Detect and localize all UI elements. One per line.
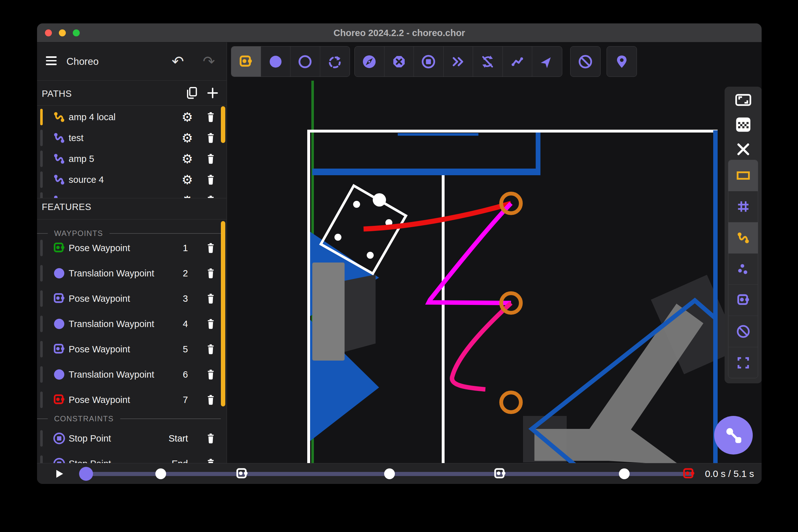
path-selected-indicator — [40, 151, 43, 167]
waypoint-list-item[interactable]: Pose Waypoint5 — [37, 337, 226, 362]
constraint-delete-trash-icon[interactable] — [205, 433, 217, 444]
generate-path-icon — [723, 425, 744, 446]
waypoint-number: 4 — [183, 318, 188, 330]
field-canvas[interactable] — [227, 42, 762, 463]
waypoint-delete-trash-icon[interactable] — [205, 318, 217, 329]
field-rect-toggle[interactable] — [728, 160, 758, 191]
waypoint-delete-trash-icon[interactable] — [205, 369, 217, 380]
waypoint-list-item[interactable]: Translation Waypoint2 — [37, 261, 226, 286]
keyboard-shortcuts-icon[interactable] — [735, 116, 752, 133]
pose-waypoint-toggle[interactable] — [728, 285, 758, 316]
playhead-thumb[interactable] — [79, 467, 93, 481]
path-settings-gear-icon[interactable]: ⚙ — [180, 151, 195, 166]
waypoint-delete-trash-icon[interactable] — [205, 268, 217, 279]
timeline-translation-marker[interactable] — [619, 469, 630, 479]
pose-icon — [53, 343, 66, 356]
waypoint-delete-trash-icon[interactable] — [205, 343, 217, 355]
play-button[interactable] — [54, 468, 65, 479]
path-list-item[interactable]: source 4⚙ — [37, 169, 226, 190]
window-title: Choreo 2024.2.2 - choreo.chor — [37, 23, 762, 42]
waypoint-list-item[interactable]: Translation Waypoint6 — [37, 362, 226, 387]
translation-waypoint-button[interactable] — [261, 46, 291, 77]
undo-button[interactable]: ↶ — [169, 53, 187, 71]
stop-point-button[interactable] — [414, 46, 444, 77]
waypoint-list-item[interactable]: Pose Waypoint7 — [37, 387, 226, 413]
path-selected-indicator — [40, 130, 43, 146]
stop-octagon-button[interactable] — [385, 46, 414, 77]
waypoint-delete-trash-icon[interactable] — [205, 293, 217, 304]
sync-off-button[interactable] — [473, 46, 503, 77]
waypoint-list-item[interactable]: Pose Waypoint1 — [37, 235, 226, 261]
pose-waypoint-button[interactable] — [231, 46, 261, 77]
waypoint-delete-trash-icon[interactable] — [205, 242, 217, 254]
constraint-scope: Start — [169, 432, 188, 445]
path-list-item[interactable]: ⚙ — [37, 190, 226, 198]
path-settings-gear-icon[interactable]: ⚙ — [180, 172, 195, 187]
timeline-translation-marker[interactable] — [155, 469, 166, 479]
grid-toggle[interactable] — [728, 191, 758, 223]
close-icon[interactable] — [735, 141, 752, 158]
amp-top-edge — [398, 133, 478, 136]
path-delete-trash-icon[interactable] — [205, 153, 217, 165]
waypoint-number: 2 — [183, 267, 188, 280]
path-list-item[interactable]: amp 5⚙ — [37, 148, 226, 169]
waypoint-list-item[interactable]: Pose Waypoint3 — [37, 286, 226, 311]
map-pin-button[interactable] — [607, 46, 637, 77]
add-path-icon[interactable] — [206, 86, 220, 100]
path-settings-gear-icon[interactable]: ⚙ — [180, 130, 195, 146]
constraint-delete-trash-icon[interactable] — [205, 458, 217, 463]
timeline-translation-marker[interactable] — [384, 469, 395, 479]
trajectory-segment-pink[interactable] — [452, 303, 511, 390]
path-list-item[interactable]: amp 4 local⚙ — [37, 107, 226, 128]
waypoint-list-item[interactable]: Translation Waypoint4 — [37, 311, 226, 337]
fit-brackets-toggle[interactable] — [728, 347, 758, 378]
titlebar: Choreo 2024.2.2 - choreo.chor — [37, 23, 762, 42]
redo-button[interactable]: ↷ — [200, 53, 218, 71]
constraint-list-item[interactable]: Stop PointStart — [37, 426, 226, 451]
features-scrollbar[interactable] — [221, 221, 225, 406]
zigzag-button[interactable] — [503, 46, 533, 77]
path-delete-trash-icon[interactable] — [205, 195, 217, 198]
path-delete-trash-icon[interactable] — [205, 132, 217, 144]
generate-path-button[interactable] — [714, 416, 753, 455]
timeline-bar: 0.0 s / 5.1 s — [37, 463, 762, 484]
constraint-indicator — [40, 430, 43, 446]
navigation-button[interactable] — [532, 46, 562, 77]
path-settings-gear-icon[interactable]: ⚙ — [180, 110, 195, 125]
timeline-pose-marker[interactable] — [236, 467, 249, 480]
timeline-end-pose-marker[interactable] — [682, 467, 695, 480]
waypoint-label: Pose Waypoint — [69, 242, 130, 254]
stop-point-icon — [53, 432, 66, 445]
field-wall-left — [307, 130, 310, 463]
path-delete-trash-icon[interactable] — [205, 174, 217, 185]
paths-list: amp 4 local⚙test⚙amp 5⚙source 4⚙⚙ — [37, 107, 226, 198]
constraint-list-item[interactable]: Stop PointEnd — [37, 451, 226, 463]
constraint-indicator — [40, 455, 43, 463]
waypoint-indicator — [40, 265, 43, 282]
block-toggle[interactable] — [728, 316, 758, 347]
chevrons-button[interactable] — [444, 46, 474, 77]
path-squiggle-icon — [53, 173, 66, 186]
constraint-label: Stop Point — [69, 457, 111, 463]
duplicate-path-icon[interactable] — [185, 86, 199, 100]
path-list-item[interactable]: test⚙ — [37, 128, 226, 148]
samples-dots-toggle[interactable] — [728, 254, 758, 285]
path-name: amp 4 local — [69, 111, 115, 124]
path-squiggle-toggle[interactable] — [728, 222, 758, 254]
waypoint-number: 6 — [183, 368, 188, 381]
block-button[interactable] — [571, 46, 600, 77]
empty-waypoint-button[interactable] — [291, 46, 320, 77]
timeline-pose-marker[interactable] — [493, 467, 506, 480]
field-view-icon[interactable] — [735, 91, 752, 109]
waypoint-delete-trash-icon[interactable] — [205, 394, 217, 405]
initial-guess-button[interactable] — [320, 46, 350, 77]
menu-icon[interactable] — [46, 56, 57, 66]
paths-scrollbar[interactable] — [221, 106, 225, 143]
constraints-list: Stop PointStartStop PointEnd — [37, 426, 226, 463]
compass-constraint-button[interactable] — [355, 46, 385, 77]
path-delete-trash-icon[interactable] — [205, 111, 217, 123]
path-settings-gear-icon[interactable]: ⚙ — [180, 193, 195, 198]
app-name: Choreo — [67, 42, 99, 81]
robot-heading-dot[interactable] — [373, 193, 386, 207]
toolbar-group — [607, 46, 637, 77]
